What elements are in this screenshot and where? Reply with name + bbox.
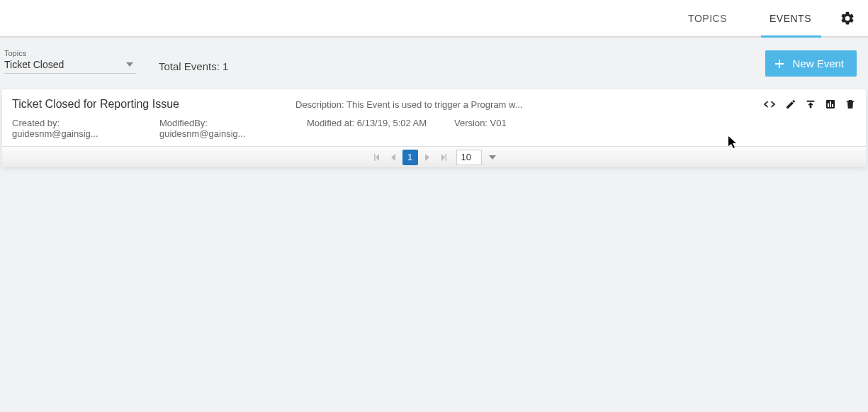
event-row[interactable]: Ticket Closed for Reporting Issue Descri…	[2, 89, 866, 146]
chart-icon[interactable]	[825, 99, 836, 110]
page-header: TOPICS EVENTS	[0, 0, 868, 38]
settings-gear-icon[interactable]	[840, 11, 855, 26]
plus-icon	[774, 58, 785, 69]
header-tabs: TOPICS EVENTS	[688, 0, 811, 36]
topics-filter-select[interactable]: Ticket Closed	[4, 59, 136, 74]
page-first-button[interactable]	[368, 150, 384, 165]
tab-events[interactable]: EVENTS	[770, 0, 811, 36]
toolbar: Topics Ticket Closed Total Events: 1 New…	[0, 38, 868, 77]
event-title: Ticket Closed for Reporting Issue	[12, 98, 295, 111]
chevron-down-icon	[126, 62, 133, 67]
pagination: 1 10	[2, 146, 866, 167]
page-next-button[interactable]	[419, 150, 435, 165]
code-icon[interactable]	[762, 99, 777, 110]
total-events-label: Total Events: 1	[159, 60, 228, 72]
new-event-button[interactable]: New Event	[765, 50, 857, 77]
page-size-dropdown[interactable]	[485, 150, 500, 165]
upload-icon[interactable]	[805, 99, 816, 110]
event-version: Version: V01	[454, 118, 507, 139]
event-description: Description: This Event is used to trigg…	[295, 99, 762, 110]
topics-filter-value: Ticket Closed	[4, 59, 64, 70]
svg-rect-3	[828, 104, 829, 107]
new-event-button-label: New Event	[792, 57, 844, 69]
event-created-by: Created by: guidesnm@gainsig...	[12, 118, 140, 139]
events-list: Ticket Closed for Reporting Issue Descri…	[2, 89, 866, 167]
svg-rect-4	[830, 101, 831, 107]
tab-topics[interactable]: TOPICS	[688, 0, 727, 36]
delete-icon[interactable]	[845, 99, 856, 110]
event-modified-at: Modified at: 6/13/19, 5:02 AM	[307, 118, 434, 139]
page-size-value[interactable]: 10	[456, 150, 482, 165]
topics-filter-label: Topics	[4, 49, 136, 57]
event-modified-by: ModifiedBy: guidesnm@gainsig...	[159, 118, 287, 139]
page-prev-button[interactable]	[385, 150, 401, 165]
event-actions	[762, 99, 856, 110]
svg-rect-5	[832, 104, 833, 107]
page-last-button[interactable]	[436, 150, 452, 165]
page-current[interactable]: 1	[402, 150, 418, 165]
edit-icon[interactable]	[785, 99, 796, 110]
event-row-top: Ticket Closed for Reporting Issue Descri…	[12, 98, 856, 111]
topics-filter: Topics Ticket Closed	[4, 49, 136, 74]
event-row-meta: Created by: guidesnm@gainsig... Modified…	[12, 118, 856, 139]
